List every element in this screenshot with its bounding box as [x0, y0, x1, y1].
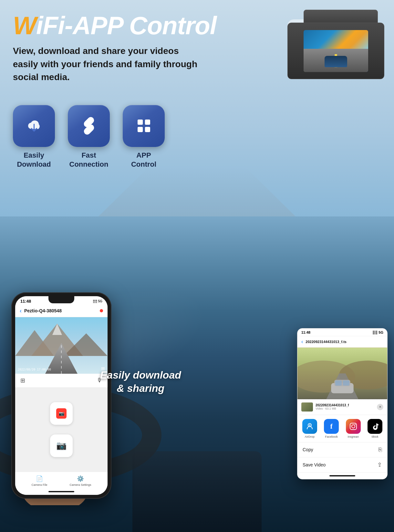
save-video-action-row[interactable]: Save Video ⇪ [297, 457, 387, 473]
right-phone-signals: ⣿⣿ 5G [372, 330, 383, 335]
right-video-preview [297, 348, 387, 399]
left-phone-time: 11:48 [20, 299, 31, 304]
save-video-icon: ⇪ [377, 461, 382, 468]
save-video-label: Save Video [303, 462, 326, 467]
svg-rect-31 [343, 381, 349, 386]
easily-download-icon-box [13, 105, 55, 147]
share-file-name: 20220923144431013_f [316, 403, 349, 407]
middle-overlay-text: Easily download& sharing [100, 369, 181, 395]
home-indicator [48, 491, 74, 492]
share-file-info: 20220923144431013_f Video · 63.1 MB [301, 402, 349, 412]
svg-point-36 [355, 424, 356, 425]
cam-main-body [287, 23, 384, 79]
left-phone-screen: 11:48 ⣿⣿ 5G ‹ Peztio-Q4-380548 [15, 296, 108, 495]
share-thumbnail [301, 402, 313, 412]
feature-app-control: APPControl [123, 105, 165, 169]
app-bottom-nav: 📄 Camera File ⚙️ Camera Settings [15, 472, 108, 488]
video-timestamp: 2022/08/20 17:00:00 [18, 368, 51, 371]
right-filename: 20220923144431013_f.ts [306, 340, 347, 344]
facebook-label: Facebook [325, 435, 338, 438]
nav-camera-file[interactable]: 📄 Camera File [31, 475, 47, 486]
app-main-content: 📷 📷 [15, 388, 108, 472]
link-icon [78, 115, 99, 136]
copy-action-icon: ⎘ [378, 446, 382, 453]
svg-rect-5 [145, 127, 150, 132]
dashcam-image [275, 10, 384, 100]
cam-screen-car [325, 56, 347, 67]
facebook-icon: f [324, 419, 339, 434]
tiktok-item[interactable]: tiktok [368, 419, 382, 438]
home-indicator-area [15, 488, 108, 495]
share-close-button[interactable]: ✕ [377, 404, 383, 410]
phone-notch [48, 296, 74, 303]
photo-button[interactable]: 📷 [50, 434, 73, 457]
left-app-title: Peztio-Q4-380548 [24, 308, 62, 313]
svg-rect-30 [335, 381, 342, 386]
record-button[interactable]: 📷 [50, 402, 73, 425]
cloud-download-icon [24, 115, 45, 136]
right-phone-status-bar: 11:48 ⣿⣿ 5G [297, 329, 387, 336]
tiktok-icon [368, 419, 382, 434]
left-phone-mockup: 11:48 ⣿⣿ 5G ‹ Peztio-Q4-380548 [11, 292, 111, 499]
title-rest: iFi-APP Control [36, 11, 216, 40]
subtitle-text: View, download and share your videos eas… [13, 45, 200, 84]
copy-action-label: Copy [303, 447, 313, 452]
left-video-preview: 2022/08/20 17:00:00 ⊞ [15, 317, 108, 374]
grid-icon [133, 115, 154, 136]
instagram-item[interactable]: insgrean [346, 419, 361, 438]
camera-file-icon: 📄 [36, 475, 43, 482]
right-app-header: ‹ 20220923144431013_f.ts [297, 336, 387, 348]
easily-download-text: Easily download& sharing [100, 369, 181, 395]
svg-rect-2 [138, 120, 143, 125]
airdrop-icon [302, 419, 317, 434]
airdrop-svg [305, 422, 314, 431]
instagram-icon [346, 419, 361, 434]
svg-rect-4 [138, 127, 143, 132]
feature-fast-connection: FastConnection [68, 105, 110, 169]
svg-rect-3 [145, 120, 150, 125]
left-phone-signals: ⣿⣿ 5G [93, 299, 102, 303]
cam-screen [304, 30, 368, 72]
svg-point-35 [352, 425, 355, 428]
record-button-inner: 📷 [56, 408, 67, 419]
right-video-svg [297, 348, 387, 399]
camera-settings-icon: ⚙️ [77, 475, 84, 482]
right-phone-home-indicator [329, 475, 355, 476]
dashcam-body [275, 10, 384, 100]
record-icon: 📷 [59, 411, 64, 416]
fast-connection-label: FastConnection [69, 151, 109, 169]
tiktok-svg [371, 422, 379, 430]
fast-connection-icon-box [68, 105, 110, 147]
feature-easily-download: EasilyDownload [13, 105, 55, 169]
record-dot [100, 309, 103, 312]
camera-icon: 📷 [56, 441, 67, 451]
nav-camera-settings[interactable]: ⚙️ Camera Settings [69, 475, 91, 486]
app-grid-icon[interactable]: ⊞ [20, 377, 25, 384]
airdrop-label: AirDrop [305, 435, 315, 438]
app-controls-bar: ⊞ 🎙 [15, 374, 108, 388]
social-icons-row: AirDrop f Facebook [297, 415, 387, 443]
svg-point-33 [309, 424, 310, 426]
instagram-svg [349, 422, 358, 431]
nav-camera-settings-label: Camera Settings [69, 483, 91, 486]
back-arrow-icon[interactable]: ‹ [20, 308, 22, 314]
airdrop-item[interactable]: AirDrop [302, 419, 317, 438]
right-back-arrow[interactable]: ‹ [301, 339, 303, 345]
app-control-label: APPControl [131, 151, 156, 169]
title-w: W [13, 11, 36, 40]
share-file-size: Video · 63.1 MB [316, 407, 349, 410]
tiktok-label: tiktok [372, 435, 378, 438]
right-phone-container: 11:48 ⣿⣿ 5G ‹ 20220923144431013_f.ts [297, 328, 388, 479]
bottom-section: 11:48 ⣿⣿ 5G ‹ Peztio-Q4-380548 [0, 182, 394, 499]
facebook-item[interactable]: f Facebook [324, 419, 339, 438]
facebook-f: f [330, 422, 333, 431]
instagram-label: insgrean [347, 435, 359, 438]
copy-action-row[interactable]: Copy ⎘ [297, 443, 387, 457]
easily-download-label: EasilyDownload [17, 151, 51, 169]
video-scene-svg [15, 317, 108, 374]
nav-camera-file-label: Camera File [31, 483, 47, 486]
app-control-icon-box [123, 105, 165, 147]
features-row: EasilyDownload FastConnection APPCont [0, 105, 394, 169]
share-file-details: 20220923144431013_f Video · 63.1 MB [316, 403, 349, 410]
share-file-row: 20220923144431013_f Video · 63.1 MB ✕ [297, 399, 387, 415]
